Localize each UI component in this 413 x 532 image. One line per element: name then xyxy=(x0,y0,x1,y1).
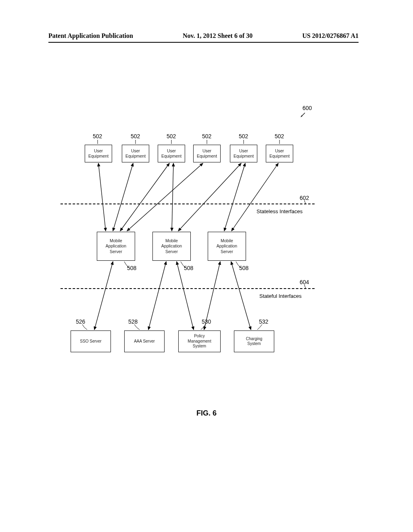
page-header: Patent Application Publication Nov. 1, 2… xyxy=(48,32,359,43)
ref-mas-3: 508 xyxy=(239,265,248,271)
label-stateless: Stateless Interfaces xyxy=(257,208,302,214)
box-mas-2-label: Mobile Application Server xyxy=(161,238,182,254)
ref-figure: 600 xyxy=(302,105,312,111)
box-ue-6: User Equipment xyxy=(266,145,293,162)
ref-ue-1: 502 xyxy=(93,133,102,139)
box-policy-label: Policy Management System xyxy=(188,334,211,349)
ref-mas-1: 508 xyxy=(127,265,136,271)
svg-line-14 xyxy=(231,262,251,330)
ref-mas-2: 508 xyxy=(184,265,193,271)
box-mas-3: Mobile Application Server xyxy=(208,232,246,261)
svg-line-10 xyxy=(94,262,113,330)
svg-line-4 xyxy=(120,163,169,231)
box-ue-2-label: User Equipment xyxy=(125,148,146,159)
ref-ue-2: 502 xyxy=(131,133,140,139)
box-ue-3: User Equipment xyxy=(158,145,185,162)
figure-diagram: 600 502 502 502 502 502 502 User Equipme… xyxy=(73,107,323,389)
svg-line-6 xyxy=(127,163,203,231)
box-charging-label: Charging System xyxy=(246,337,263,347)
box-sso: SSO Server xyxy=(71,330,111,352)
svg-line-11 xyxy=(148,262,166,330)
svg-line-9 xyxy=(232,163,278,231)
box-ue-5-label: User Equipment xyxy=(234,148,254,159)
box-sso-label: SSO Server xyxy=(80,339,101,344)
svg-line-3 xyxy=(113,163,133,231)
svg-line-12 xyxy=(177,262,194,330)
svg-line-2 xyxy=(98,163,106,231)
divider-stateless xyxy=(60,204,315,204)
box-aaa: AAA Server xyxy=(124,330,165,352)
box-ue-4-label: User Equipment xyxy=(197,148,217,159)
box-ue-6-label: User Equipment xyxy=(269,148,290,159)
box-mas-2: Mobile Application Server xyxy=(152,232,191,261)
svg-line-8 xyxy=(224,163,245,231)
svg-line-5 xyxy=(172,163,173,231)
ref-policy: 530 xyxy=(202,318,211,325)
header-center: Nov. 1, 2012 Sheet 6 of 30 xyxy=(183,32,252,39)
divider-stateful xyxy=(60,288,315,289)
box-ue-5: User Equipment xyxy=(230,145,257,162)
box-ue-2: User Equipment xyxy=(122,145,149,162)
box-mas-3-label: Mobile Application Server xyxy=(217,238,237,254)
box-ue-1-label: User Equipment xyxy=(88,148,108,159)
label-stateful: Stateful Interfaces xyxy=(259,293,302,299)
header-right: US 2012/0276867 A1 xyxy=(302,32,359,39)
box-mas-1: Mobile Application Server xyxy=(97,232,135,261)
box-aaa-label: AAA Server xyxy=(134,339,155,344)
ref-stateful: 604 xyxy=(300,279,309,285)
box-ue-1: User Equipment xyxy=(85,145,112,162)
header-left: Patent Application Publication xyxy=(48,32,133,39)
ref-ue-4: 502 xyxy=(202,133,211,139)
box-policy: Policy Management System xyxy=(178,330,221,352)
svg-line-7 xyxy=(178,163,241,231)
ref-ue-5: 502 xyxy=(239,133,248,139)
ref-charging: 532 xyxy=(259,318,268,325)
ref-ue-3: 502 xyxy=(167,133,176,139)
box-charging: Charging System xyxy=(234,330,274,352)
ref-aaa: 528 xyxy=(128,318,138,325)
ref-figure-arrow xyxy=(300,112,306,118)
ref-stateless: 602 xyxy=(300,195,309,201)
box-ue-3-label: User Equipment xyxy=(161,148,181,159)
box-mas-1-label: Mobile Application Server xyxy=(106,238,126,254)
figure-caption: FIG. 6 xyxy=(0,409,413,418)
ref-sso: 526 xyxy=(76,318,85,325)
box-ue-4: User Equipment xyxy=(193,145,221,162)
ref-ue-6: 502 xyxy=(275,133,284,139)
